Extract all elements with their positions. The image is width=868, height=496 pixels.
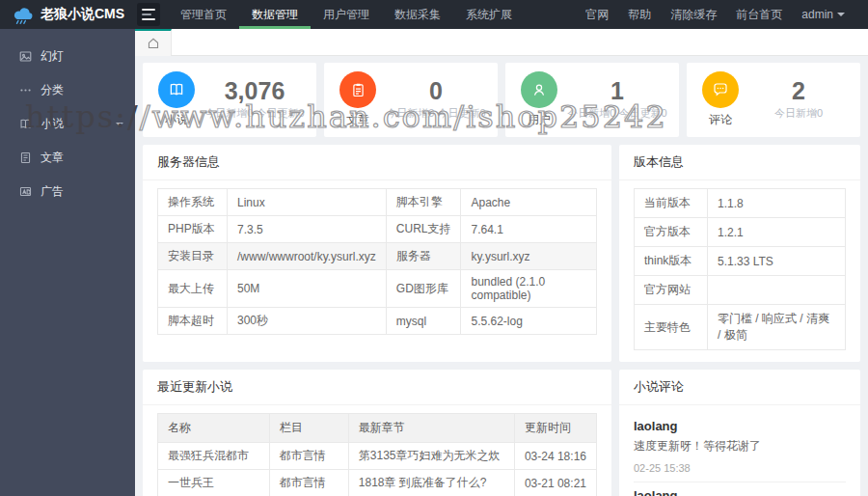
info-label: mysql [386,308,461,335]
comment-author: laolang [634,488,846,496]
info-label: 主要特色 [635,305,708,350]
stat-subtext: 今日新增0 今日更新0 [204,106,304,121]
info-label: 最大上传 [158,270,228,308]
table-row: PHP版本 7.3.5 CURL支持 7.64.1 [158,216,597,243]
panel-title: 最近更新小说 [143,370,611,405]
info-label: 脚本引擎 [386,189,461,216]
comment-item: laolang 加油更新 01-28 22:32 [634,482,846,496]
column-header: 最新章节 [348,414,514,443]
info-value: bundled (2.1.0 compatible) [461,270,597,308]
novel-category: 都市言情 [269,443,348,470]
clear-cache-link[interactable]: 清除缓存 [661,0,726,29]
version-info-panel: 版本信息 当前版本1.1.8 官方版本1.2.1 think版本5.1.33 L… [619,145,860,362]
main-content: 小说 3,076 今日新增0 今日更新0 文章 0 今日新增0 今日更新0 [135,56,868,496]
stat-label: 评论 [709,112,732,128]
novel-comments-panel: 小说评论 laolang 速度更新呀！等得花谢了 02-25 15:38 lao… [619,370,860,496]
sidebar-item-label: 广告 [41,183,64,200]
novel-update-time: 03-24 18:16 [514,443,596,470]
sidebar-item-slides[interactable]: 幻灯 [0,42,135,70]
home-icon [147,37,160,50]
username: admin [801,0,833,29]
table-row: 最强狂兵混都市 都市言情 第3135章巧妇难为无米之炊 03-24 18:16 [158,443,597,470]
info-value: ky.ysurl.xyz [461,243,597,270]
info-value: 零门槛 / 响应式 / 清爽 / 极简 [708,305,846,350]
stat-card-comments: 评论 2 今日新增0 [687,63,860,137]
stat-card-novels: 小说 3,076 今日新增0 今日更新0 [143,63,316,137]
article-icon-badge [339,71,376,108]
official-site-link[interactable]: 官网 [576,0,618,29]
comment-icon-badge [702,71,739,108]
main-menu: 管理首页 数据管理 用户管理 数据采集 系统扩展 [168,0,525,29]
slides-icon [19,50,32,63]
table-row: 操作系统 Linux 脚本引擎 Apache [158,189,597,216]
help-link[interactable]: 帮助 [618,0,661,29]
server-info-table: 操作系统 Linux 脚本引擎 Apache PHP版本 7.3.5 CURL支… [157,188,597,335]
novel-name: 一世兵王 [158,470,270,496]
sidebar-item-label: 小说 [41,116,64,132]
sidebar-item-ads[interactable]: 广告 [0,178,135,206]
info-label: 脚本超时 [158,308,228,335]
menu-item-data-collection[interactable]: 数据采集 [382,0,453,29]
sidebar-item-categories[interactable]: 分类 [0,76,135,104]
novel-latest-chapter: 第3135章巧妇难为无米之炊 [348,443,514,470]
comment-text: 速度更新呀！等得花谢了 [634,438,846,455]
column-header: 栏目 [269,414,348,443]
info-value: /www/wwwroot/ky.ysurl.xyz [228,243,387,270]
chevron-down-icon [837,13,845,16]
novel-name: 最强狂兵混都市 [158,443,270,470]
menu-item-admin-home[interactable]: 管理首页 [168,0,239,29]
stat-subtext: 今日新增0 今日更新0 [567,106,666,121]
app-logo[interactable]: 老狼小说CMS [0,0,135,29]
info-label: think版本 [635,247,708,276]
user-dropdown[interactable]: admin [792,0,854,29]
tab-home[interactable] [135,29,172,56]
stat-label: 文章 [346,112,369,128]
column-header: 名称 [158,414,270,443]
stat-label: 小说 [165,112,188,128]
table-row: 最大上传 50M GD图形库 bundled (2.1.0 compatible… [158,270,597,308]
info-label: 官方网站 [635,276,708,305]
menu-item-system-extension[interactable]: 系统扩展 [453,0,525,29]
comment-date: 02-25 15:38 [634,462,846,474]
table-row: think版本5.1.33 LTS [635,247,846,276]
sidebar-item-articles[interactable]: 文章 [0,144,135,172]
frontend-home-link[interactable]: 前台首页 [726,0,792,29]
info-value: 50M [228,270,387,308]
user-icon-badge [521,71,557,108]
top-navbar: 老狼小说CMS 管理首页 数据管理 用户管理 数据采集 系统扩展 官网 帮助 清… [0,0,868,29]
table-row: 官方网站 [635,276,846,305]
stat-value: 0 [429,79,443,103]
table-row: 一世兵王 都市言情 1818章 到底准备了什么? 03-21 08:21 [158,470,597,496]
book-icon [19,118,32,130]
menu-item-user-management[interactable]: 用户管理 [311,0,382,29]
table-header-row: 名称 栏目 最新章节 更新时间 [158,414,597,443]
version-info-table: 当前版本1.1.8 官方版本1.2.1 think版本5.1.33 LTS 官方… [634,188,846,350]
column-header: 更新时间 [514,414,596,443]
info-value: Apache [461,189,597,216]
page-tabbar [135,29,868,56]
stat-value: 1 [610,79,624,103]
cloud-rain-icon [12,4,35,25]
table-row: 主要特色零门槛 / 响应式 / 清爽 / 极简 [635,305,846,350]
stat-subtext: 今日新增0 今日更新0 [386,106,485,121]
table-row: 当前版本1.1.8 [635,189,846,218]
document-icon [19,152,32,164]
sidebar: 幻灯 分类 小说 文章 广告 [0,29,135,496]
stat-card-users: 用户 1 今日新增0 今日更新0 [505,63,679,137]
info-label: 安装目录 [158,243,228,270]
sidebar-toggle-button[interactable] [137,3,160,26]
sidebar-item-novels[interactable]: 小说 [0,110,135,138]
table-row: 官方版本1.2.1 [635,218,846,247]
recent-novels-panel: 最近更新小说 名称 栏目 最新章节 更新时间 最强狂兵混都市 都市言情 第313… [143,370,611,496]
menu-item-data-management[interactable]: 数据管理 [239,0,311,29]
info-value: 7.64.1 [461,216,597,243]
info-label: GD图形库 [386,270,461,308]
info-label: PHP版本 [158,216,228,243]
novel-latest-chapter: 1818章 到底准备了什么? [348,470,514,496]
stat-cards: 小说 3,076 今日新增0 今日更新0 文章 0 今日新增0 今日更新0 [143,63,860,137]
table-row: 安装目录 /www/wwwroot/ky.ysurl.xyz 服务器 ky.ys… [158,243,597,270]
stat-value: 3,076 [225,79,285,103]
info-value: 7.3.5 [228,216,387,243]
stat-value: 2 [792,79,805,103]
stat-label: 用户 [528,112,551,128]
